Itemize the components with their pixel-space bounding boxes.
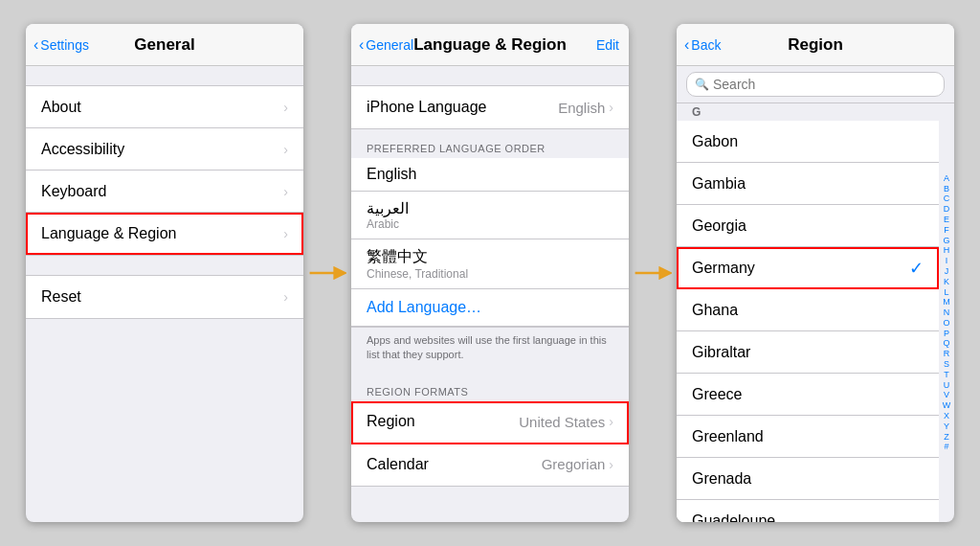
gibraltar-label: Gibraltar bbox=[692, 344, 750, 361]
ghana-label: Ghana bbox=[692, 302, 738, 319]
iphone-language-chevron-icon: › bbox=[609, 100, 613, 115]
keyboard-chevron-icon: › bbox=[283, 184, 288, 199]
region-formats-group: Region United States › bbox=[351, 401, 629, 444]
screen-general: ‹ Settings General About › Accessibility… bbox=[26, 24, 303, 522]
germany-item[interactable]: Germany ✓ bbox=[677, 247, 939, 289]
alpha-k[interactable]: K bbox=[944, 277, 949, 287]
search-icon: 🔍 bbox=[695, 78, 709, 91]
greece-label: Greece bbox=[692, 386, 742, 403]
language-region-title: Language & Region bbox=[413, 35, 567, 55]
gap3 bbox=[351, 66, 629, 85]
back-to-language-region[interactable]: ‹ Back bbox=[684, 36, 721, 54]
alpha-g[interactable]: G bbox=[943, 236, 949, 246]
alpha-i[interactable]: I bbox=[946, 256, 948, 266]
gambia-item[interactable]: Gambia bbox=[677, 163, 939, 205]
back-to-general[interactable]: ‹ General bbox=[359, 36, 413, 54]
alpha-h[interactable]: H bbox=[944, 245, 950, 256]
alpha-n[interactable]: N bbox=[944, 307, 950, 318]
region-item-row[interactable]: Region United States › bbox=[351, 401, 629, 444]
arabic-item[interactable]: العربية Arabic bbox=[351, 192, 629, 239]
alpha-p[interactable]: P bbox=[944, 329, 949, 339]
back-chevron-icon: ‹ bbox=[33, 36, 38, 54]
edit-button[interactable]: Edit bbox=[596, 37, 619, 53]
alpha-m[interactable]: M bbox=[943, 297, 950, 307]
general-content: About › Accessibility › Keyboard › Langu… bbox=[26, 66, 303, 522]
alpha-q[interactable]: Q bbox=[943, 338, 949, 349]
alpha-z[interactable]: Z bbox=[944, 432, 949, 443]
alpha-#[interactable]: # bbox=[944, 442, 948, 452]
search-input[interactable] bbox=[713, 77, 936, 92]
gap1 bbox=[26, 66, 303, 85]
chinese-sublabel: Chinese, Traditional bbox=[367, 267, 613, 281]
greenland-item[interactable]: Greenland bbox=[677, 416, 939, 458]
alpha-t[interactable]: T bbox=[944, 370, 949, 380]
arrow2 bbox=[629, 259, 677, 287]
georgia-item[interactable]: Georgia bbox=[677, 205, 939, 247]
alpha-d[interactable]: D bbox=[944, 204, 950, 215]
alpha-x[interactable]: X bbox=[944, 411, 949, 421]
alpha-r[interactable]: R bbox=[944, 349, 950, 359]
alpha-b[interactable]: B bbox=[944, 184, 949, 194]
search-container: 🔍 bbox=[677, 66, 954, 103]
alpha-a[interactable]: A bbox=[944, 173, 949, 184]
germany-label: Germany bbox=[692, 260, 755, 277]
gabon-item[interactable]: Gabon bbox=[677, 121, 939, 163]
calendar-chevron-icon: › bbox=[609, 457, 613, 472]
search-bar[interactable]: 🔍 bbox=[686, 72, 945, 97]
alpha-u[interactable]: U bbox=[944, 380, 950, 391]
alpha-c[interactable]: C bbox=[944, 193, 950, 204]
back-to-settings[interactable]: ‹ Settings bbox=[33, 36, 89, 54]
iphone-language-item[interactable]: iPhone Language English › bbox=[351, 86, 629, 128]
guadeloupe-item[interactable]: Guadeloupe bbox=[677, 500, 939, 522]
calendar-value-text: Gregorian bbox=[542, 456, 606, 472]
georgia-label: Georgia bbox=[692, 217, 746, 235]
keyboard-label: Keyboard bbox=[41, 183, 107, 200]
screen-title: General bbox=[134, 35, 194, 55]
alpha-y[interactable]: Y bbox=[944, 421, 949, 432]
calendar-value: Gregorian › bbox=[542, 456, 613, 472]
alpha-v[interactable]: V bbox=[944, 390, 949, 400]
calendar-group: Calendar Gregorian › bbox=[351, 444, 629, 487]
arabic-label: العربية bbox=[367, 199, 613, 217]
english-item[interactable]: English bbox=[351, 158, 629, 192]
reset-label: Reset bbox=[41, 288, 81, 306]
language-region-item[interactable]: Language & Region › bbox=[26, 213, 303, 255]
alpha-j[interactable]: J bbox=[945, 266, 949, 277]
gibraltar-item[interactable]: Gibraltar bbox=[677, 331, 939, 374]
about-item[interactable]: About › bbox=[26, 86, 303, 128]
arabic-sublabel: Arabic bbox=[367, 217, 613, 231]
gabon-label: Gabon bbox=[692, 133, 738, 150]
grenada-item[interactable]: Grenada bbox=[677, 458, 939, 500]
iphone-language-label: iPhone Language bbox=[367, 99, 486, 116]
chinese-item[interactable]: 繁體中文 Chinese, Traditional bbox=[351, 239, 629, 289]
greece-item[interactable]: Greece bbox=[677, 374, 939, 416]
back-label: Settings bbox=[40, 37, 89, 53]
language-region-label: Language & Region bbox=[41, 225, 176, 242]
alpha-e[interactable]: E bbox=[944, 215, 949, 225]
region-screen-title: Region bbox=[788, 35, 843, 55]
alpha-l[interactable]: L bbox=[944, 287, 948, 298]
back-chevron-icon3: ‹ bbox=[684, 36, 689, 54]
alpha-o[interactable]: O bbox=[943, 318, 949, 329]
alpha-f[interactable]: F bbox=[944, 225, 949, 236]
alpha-w[interactable]: W bbox=[943, 400, 951, 411]
add-language-button[interactable]: Add Language… bbox=[351, 289, 629, 327]
section-letter-g: G bbox=[677, 103, 939, 121]
back-label2: General bbox=[366, 37, 413, 53]
checkmark-icon: ✓ bbox=[909, 258, 924, 279]
accessibility-item[interactable]: Accessibility › bbox=[26, 128, 303, 171]
guadeloupe-label: Guadeloupe bbox=[692, 512, 775, 522]
screen-region: ‹ Back Region 🔍 G Gabon Gambia bbox=[677, 24, 954, 522]
alpha-s[interactable]: S bbox=[944, 359, 949, 370]
keyboard-item[interactable]: Keyboard › bbox=[26, 171, 303, 213]
calendar-item[interactable]: Calendar Gregorian › bbox=[351, 444, 629, 486]
arrow1-icon bbox=[308, 259, 346, 287]
region-list: G Gabon Gambia Georgia Germany ✓ bbox=[677, 103, 954, 522]
ghana-item[interactable]: Ghana bbox=[677, 289, 939, 331]
reset-item[interactable]: Reset › bbox=[26, 276, 303, 318]
screen-language-region: ‹ General Language & Region Edit iPhone … bbox=[351, 24, 629, 522]
language-region-content: iPhone Language English › PREFERRED LANG… bbox=[351, 66, 629, 522]
accessibility-label: Accessibility bbox=[41, 141, 124, 158]
alpha-index: ABCDEFGHIJKLMNOPQRSTUVWXYZ# bbox=[939, 103, 954, 522]
region-section-header: REGION FORMATS bbox=[351, 380, 629, 401]
